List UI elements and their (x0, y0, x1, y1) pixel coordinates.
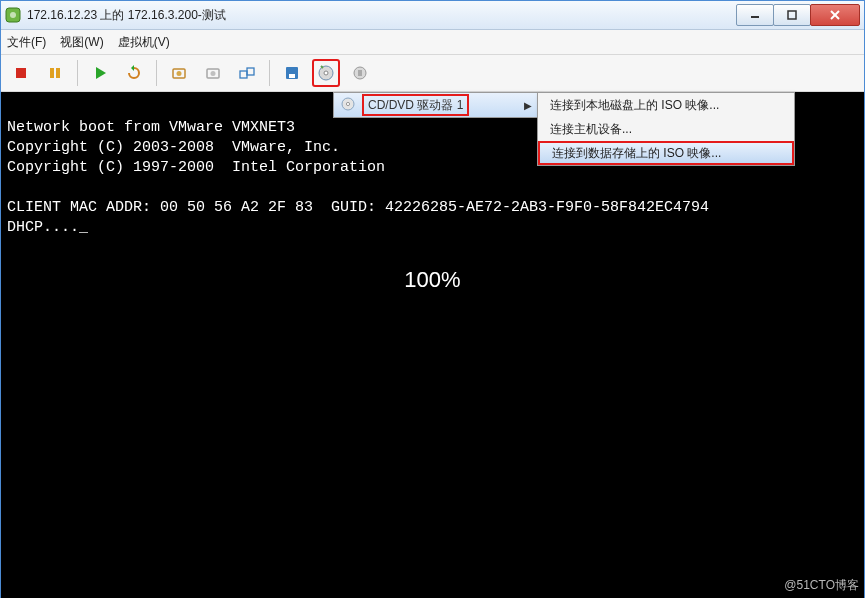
console-line: DHCP...._ (7, 219, 88, 236)
maximize-button[interactable] (773, 4, 811, 26)
svg-rect-3 (788, 11, 796, 19)
reset-button[interactable] (120, 59, 148, 87)
menu-file[interactable]: 文件(F) (7, 34, 46, 51)
floppy-connect-button[interactable] (278, 59, 306, 87)
svg-rect-22 (358, 70, 362, 76)
window-controls (737, 4, 860, 26)
usb-connect-button[interactable] (346, 59, 374, 87)
snapshot-manager-button[interactable] (233, 59, 261, 87)
close-button[interactable] (810, 4, 860, 26)
submenu-label: 连接主机设备... (550, 121, 632, 138)
pause-button[interactable] (41, 59, 69, 87)
console-line: Copyright (C) 2003-2008 VMware, Inc. (7, 139, 340, 156)
progress-text: 100% (404, 270, 460, 290)
revert-snapshot-button[interactable] (199, 59, 227, 87)
svg-point-12 (177, 71, 182, 76)
snapshot-button[interactable] (165, 59, 193, 87)
separator (77, 60, 78, 86)
titlebar[interactable]: 172.16.12.23 上的 172.16.3.200-测试 (1, 1, 864, 30)
disc-icon (340, 96, 356, 115)
svg-rect-8 (56, 68, 60, 78)
console-line: Network boot from VMware VMXNET3 (7, 119, 295, 136)
cd-dvd-drive-1-item[interactable]: CD/DVD 驱动器 1 ▶ (334, 93, 538, 117)
connect-host-device-item[interactable]: 连接主机设备... (538, 117, 794, 141)
connect-datastore-iso-item[interactable]: 连接到数据存储上的 ISO 映像... (538, 141, 794, 165)
svg-point-24 (346, 102, 349, 105)
cd-dvd-drive-label-highlight: CD/DVD 驱动器 1 (362, 94, 469, 116)
watermark: @51CTO博客 (784, 577, 859, 594)
svg-rect-15 (240, 71, 247, 78)
separator (269, 60, 270, 86)
svg-point-1 (10, 12, 16, 18)
svg-rect-7 (50, 68, 54, 78)
console-line: Copyright (C) 1997-2000 Intel Corporatio… (7, 159, 385, 176)
cd-dvd-connect-button[interactable] (312, 59, 340, 87)
vm-console[interactable]: Network boot from VMware VMXNET3 Copyrig… (1, 92, 864, 598)
submenu-label: 连接到数据存储上的 ISO 映像... (552, 145, 721, 162)
cd-dvd-drive-label: CD/DVD 驱动器 1 (368, 97, 463, 114)
separator (156, 60, 157, 86)
svg-rect-6 (16, 68, 26, 78)
cd-dvd-submenu: 连接到本地磁盘上的 ISO 映像... 连接主机设备... 连接到数据存储上的 … (537, 92, 795, 166)
power-on-button[interactable] (86, 59, 114, 87)
svg-marker-9 (96, 67, 106, 79)
minimize-button[interactable] (736, 4, 774, 26)
menu-view[interactable]: 视图(W) (60, 34, 103, 51)
svg-rect-18 (289, 74, 295, 78)
cd-dvd-dropdown: CD/DVD 驱动器 1 ▶ (333, 92, 539, 118)
menu-vm[interactable]: 虚拟机(V) (118, 34, 170, 51)
submenu-arrow-icon: ▶ (524, 100, 532, 111)
svg-marker-10 (131, 65, 134, 71)
menubar: 文件(F) 视图(W) 虚拟机(V) (1, 30, 864, 55)
stop-button[interactable] (7, 59, 35, 87)
vsphere-icon (5, 7, 21, 23)
submenu-label: 连接到本地磁盘上的 ISO 映像... (550, 97, 719, 114)
svg-rect-16 (247, 68, 254, 75)
toolbar (1, 55, 864, 92)
console-line: CLIENT MAC ADDR: 00 50 56 A2 2F 83 GUID:… (7, 199, 709, 216)
svg-point-20 (324, 71, 328, 75)
app-window: 172.16.12.23 上的 172.16.3.200-测试 文件(F) 视图… (0, 0, 865, 598)
window-title: 172.16.12.23 上的 172.16.3.200-测试 (27, 7, 737, 24)
svg-point-14 (211, 71, 216, 76)
connect-local-iso-item[interactable]: 连接到本地磁盘上的 ISO 映像... (538, 93, 794, 117)
